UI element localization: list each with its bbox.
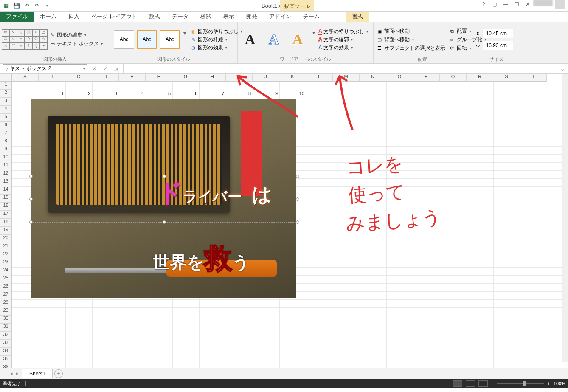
cell-value[interactable]: 10 [279, 90, 306, 98]
shape-style-3[interactable]: Abc [160, 30, 180, 49]
edit-shape-icon: ✎ [49, 32, 56, 38]
normal-view-icon[interactable] [453, 380, 462, 387]
help-icon[interactable]: ? [478, 0, 489, 8]
redo-icon[interactable]: ↷ [32, 1, 42, 11]
maximize-icon[interactable]: ☐ [511, 0, 522, 8]
tab-insert[interactable]: 挿入 [62, 11, 85, 22]
tab-developer[interactable]: 開発 [240, 11, 263, 22]
text-effects-button[interactable]: A文字の効果▾ [318, 44, 368, 52]
group-insert-shapes: ▭＼＼⬜○△ ⬠○△◇⬡☆ △⌒∿⤴{▾ ✎図形の編集▾ ▭テキスト ボックス▾… [0, 22, 110, 63]
page-layout-view-icon[interactable] [466, 380, 475, 387]
account-name [533, 0, 553, 6]
wordart-2[interactable]: A [264, 30, 284, 49]
avatar[interactable] [555, 0, 565, 9]
bring-forward-icon: ▣ [376, 28, 382, 34]
bring-forward-button[interactable]: ▣前面へ移動▾ [375, 28, 446, 35]
cell-value[interactable]: 7 [199, 90, 226, 98]
macro-record-icon[interactable] [25, 381, 31, 386]
wordart-text-2[interactable]: 世界を救う [153, 240, 250, 278]
wordart-more-icon[interactable]: ▾ [312, 30, 316, 49]
zoom-in-icon[interactable]: + [547, 381, 550, 386]
group-label-insert-shapes: 図形の挿入 [2, 56, 108, 63]
selection-pane-button[interactable]: ☰オブジェクトの選択と表示 [375, 45, 446, 52]
shape-style-1[interactable]: Abc [114, 30, 134, 49]
paint-bucket-icon: ◐ [190, 28, 197, 35]
shape-style-2[interactable]: Abc [137, 30, 157, 49]
tab-formulas[interactable]: 数式 [143, 11, 166, 22]
cancel-icon[interactable]: ✕ [90, 65, 98, 73]
sheet-nav[interactable]: ◂▸ [8, 371, 20, 376]
tab-file[interactable]: ファイル [0, 11, 34, 22]
tab-view[interactable]: 表示 [217, 11, 240, 22]
cell-value[interactable]: 6 [172, 90, 199, 98]
text-effects-icon: A [318, 45, 322, 51]
height-input[interactable] [483, 29, 513, 38]
enter-icon[interactable]: ✓ [101, 65, 110, 73]
column-headers[interactable]: ABCDEFGHIJKLMNOPQRST [12, 74, 568, 82]
name-box[interactable]: テキスト ボックス 2 [3, 64, 87, 73]
pencil-icon: ✎ [190, 37, 197, 43]
shape-styles-gallery[interactable]: Abc Abc Abc ▾ [112, 28, 188, 51]
shape-outline-button[interactable]: ✎図形の枠線▾ [190, 36, 242, 44]
tab-page-layout[interactable]: ページ レイアウト [85, 11, 143, 22]
formula-bar[interactable] [123, 64, 568, 73]
tab-addins[interactable]: アドイン [263, 11, 297, 22]
tab-team[interactable]: チーム [297, 11, 326, 22]
shape-fill-button[interactable]: ◐図形の塗りつぶし▾ [190, 28, 242, 36]
group-icon: ⧈ [449, 37, 455, 43]
quick-access-toolbar: ▦ 💾 ↶ ↷ ▼ [0, 1, 53, 11]
expand-formula-bar-icon[interactable]: ⌄ [560, 66, 565, 72]
shape-effects-button[interactable]: ◑図形の効果▾ [190, 44, 242, 52]
tab-format[interactable]: 書式 [346, 10, 369, 22]
window-controls: ? ▢ — ☐ ✕ [478, 0, 567, 9]
edit-shape-button[interactable]: ✎図形の編集▾ [49, 31, 103, 39]
cell-value[interactable]: 5 [146, 90, 172, 98]
vertical-scrollbar[interactable] [562, 74, 568, 362]
send-backward-button[interactable]: ▢背面へ移動▾ [375, 36, 446, 43]
zoom-out-icon[interactable]: − [491, 381, 494, 386]
fx-icon[interactable]: fx [112, 65, 121, 73]
save-icon[interactable]: 💾 [12, 1, 21, 11]
wordart-gallery[interactable]: A A A ▾ [239, 27, 317, 52]
tab-data[interactable]: データ [166, 11, 194, 22]
zoom-level[interactable]: 100% [554, 381, 565, 386]
group-shape-styles: Abc Abc Abc ▾ ◐図形の塗りつぶし▾ ✎図形の枠線▾ ◑図形の効果▾… [110, 22, 238, 63]
wordart-text-1[interactable]: ドライバー は [157, 176, 272, 210]
text-outline-button[interactable]: A文字の輪郭▾ [318, 36, 368, 44]
text-box-button[interactable]: ▭テキスト ボックス▾ [49, 40, 103, 48]
ribbon: ▭＼＼⬜○△ ⬠○△◇⬡☆ △⌒∿⤴{▾ ✎図形の編集▾ ▭テキスト ボックス▾… [0, 22, 568, 64]
cell-value[interactable]: 2 [65, 90, 92, 98]
undo-icon[interactable]: ↶ [22, 1, 31, 11]
sheet-tab-1[interactable]: Sheet1 [22, 369, 53, 378]
group-label-wordart: ワードアートのスタイル [239, 56, 371, 63]
qat-customize-icon[interactable]: ▼ [42, 1, 52, 11]
tab-home[interactable]: ホーム [34, 11, 62, 22]
cell-value[interactable]: 9 [253, 90, 279, 98]
tab-review[interactable]: 校閲 [194, 11, 217, 22]
text-fill-button[interactable]: A文字の塗りつぶし▾ [318, 28, 368, 36]
cell-value[interactable]: 4 [119, 90, 146, 98]
ribbon-display-icon[interactable]: ▢ [489, 0, 500, 8]
add-sheet-icon[interactable]: ＋ [54, 369, 63, 378]
wordart-3[interactable]: A [288, 30, 307, 49]
contextual-tab-label: 描画ツール [280, 0, 314, 11]
shapes-gallery[interactable]: ▭＼＼⬜○△ ⬠○△◇⬡☆ △⌒∿⤴{▾ [2, 29, 48, 50]
cell-value[interactable]: 8 [226, 90, 253, 98]
cell-value[interactable]: 1 [39, 90, 65, 98]
sheet-tab-bar: ◂▸ Sheet1 ＋ [0, 368, 568, 379]
zoom-slider[interactable] [497, 383, 544, 384]
close-icon[interactable]: ✕ [522, 0, 533, 8]
titlebar: ▦ 💾 ↶ ↷ ▼ Book1.xlsx - Excel 描画ツール ? ▢ —… [0, 0, 568, 12]
minimize-icon[interactable]: — [500, 0, 511, 8]
row-headers[interactable]: 1234567891011121314151617181920212223242… [0, 82, 12, 368]
width-row: ⇔ [475, 41, 513, 50]
select-all-corner[interactable] [0, 74, 12, 82]
gallery-more-icon[interactable]: ▾ [183, 30, 187, 49]
cell-value[interactable]: 3 [92, 90, 119, 98]
page-break-view-icon[interactable] [478, 380, 488, 387]
wordart-1[interactable]: A [240, 30, 260, 49]
formula-bar-row: テキスト ボックス 2 ✕ ✓ fx ⌄ [0, 64, 568, 74]
width-input[interactable] [483, 41, 513, 50]
height-row: ⇕ [475, 29, 513, 38]
ribbon-tabs: ファイル ホーム 挿入 ページ レイアウト 数式 データ 校閲 表示 開発 アド… [0, 12, 568, 22]
